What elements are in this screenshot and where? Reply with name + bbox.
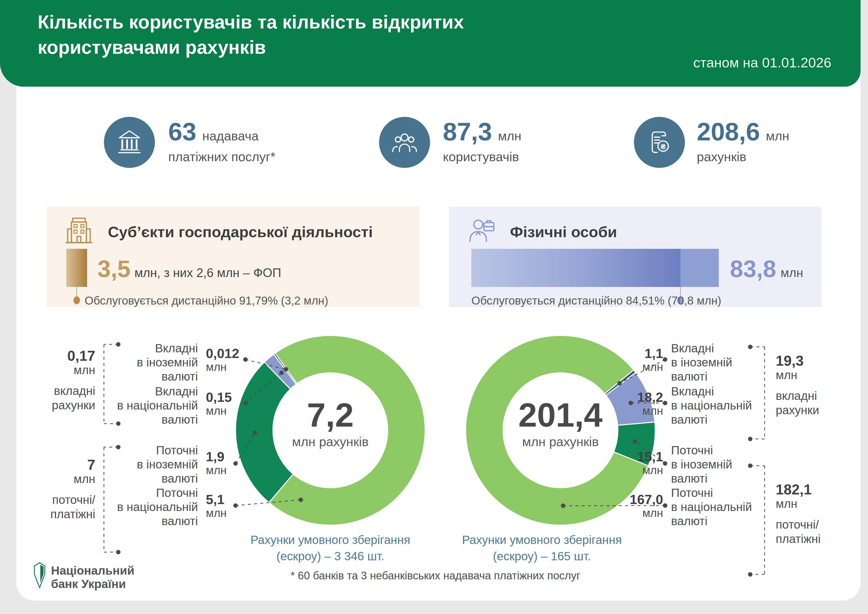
users-icon [390, 128, 419, 157]
business-escrow-note: Рахунки умовного зберігання (ескроу) – 3… [231, 532, 429, 564]
breakdown-value: 15,1 млн [617, 449, 663, 477]
as-of-date: станом на 01.01.2026 [693, 54, 831, 71]
breakdown-label: Поточні в національній валюті [104, 486, 198, 528]
breakdown-label: Поточні в іноземній валюті [104, 443, 198, 485]
business-connector-dot [73, 296, 80, 304]
business-panel-title: Суб’єкти господарської діяльності [108, 223, 373, 241]
building-icon [64, 215, 95, 246]
accounts-value: 208,6 [697, 118, 760, 146]
accounts-unit: млн [766, 129, 789, 143]
business-value: 3,5 [98, 255, 130, 282]
breakdown-value: 5,1 млн [206, 492, 250, 519]
business-value-note: млн, з них 2,6 млн – ФОП [134, 266, 281, 280]
breakdown-value: 167,0 млн [617, 492, 663, 519]
page-title-line1: Кількість користувачів та кількість відк… [37, 9, 464, 35]
business-panel: Суб’єкти господарської діяльності 3,5млн… [47, 207, 419, 307]
accounts-stat-line1: 208,6млн [697, 117, 789, 146]
breakdown-label: Вкладні в іноземній валюті [671, 341, 775, 384]
business-bar [66, 249, 87, 287]
svg-text:₴: ₴ [661, 142, 666, 151]
nbu-logo-text: Національний банк України [51, 564, 134, 591]
accounts-circle: ₴ [634, 117, 685, 168]
providers-word: надавача [202, 129, 259, 143]
individuals-panel: Фізичні особи 83,8млн Обслуговується дис… [449, 207, 822, 307]
providers-circle [104, 117, 155, 168]
header-band: Кількість користувачів та кількість відк… [0, 0, 860, 87]
business-current-group: 7 млн поточні/ платіжні [28, 457, 95, 521]
accounts-stat: 208,6млн рахунків [697, 117, 789, 164]
business-donut-center: 7,2 млн рахунків [273, 398, 387, 449]
infographic-canvas: Кількість користувачів та кількість відк… [0, 0, 868, 614]
footnote: * 60 банків та 3 небанківських надавача … [237, 569, 634, 582]
business-remote-note: Обслуговується дистанційно 91,79% (3,2 м… [85, 294, 329, 307]
individuals-donut-center: 201,4 млн рахунків [504, 398, 617, 449]
individuals-bar [471, 249, 719, 287]
page-title: Кількість користувачів та кількість відк… [37, 9, 464, 60]
breakdown-value: 18,2 млн [617, 390, 663, 417]
accounts-icon: ₴ [645, 128, 674, 157]
individuals-escrow-note: Рахунки умовного зберігання (ескроу) – 1… [443, 532, 641, 564]
breakdown-label: Поточні в національній валюті [671, 486, 775, 528]
group-value: 7 [28, 457, 95, 473]
providers-label: платіжних послуг* [168, 149, 275, 164]
breakdown-label: Поточні в іноземній валюті [671, 443, 775, 485]
individuals-panel-title: Фізичні особи [510, 223, 617, 241]
business-donut-total-label: млн рахунків [273, 434, 387, 449]
breakdown-label: Вкладні в національній валюті [671, 384, 775, 427]
group-unit: млн [28, 364, 95, 377]
group-label: вкладні рахунки [28, 384, 95, 412]
users-circle [379, 117, 430, 168]
group-label: поточні/ платіжні [776, 518, 850, 546]
users-label: користувачів [443, 149, 521, 164]
individuals-value-row: 83,8млн [730, 255, 803, 283]
individuals-value: 83,8 [730, 255, 776, 282]
breakdown-value: 1,9 млн [206, 449, 250, 477]
bank-icon [115, 128, 144, 157]
breakdown-label: Вкладні в національній валюті [104, 384, 198, 427]
individuals-remote-note: Обслуговується дистанційно 84,51% (70,8 … [471, 294, 672, 307]
providers-stat-line1: 63надавача [168, 117, 275, 146]
individuals-current-group: 182,1 млн поточні/ платіжні [776, 482, 850, 546]
business-deposit-group: 0,17 млн вкладні рахунки [28, 348, 95, 412]
person-briefcase-icon [467, 215, 498, 246]
nbu-logo-icon [32, 561, 47, 589]
group-label: вкладні рахунки [776, 389, 850, 417]
providers-value: 63 [168, 118, 196, 146]
business-donut-total: 7,2 [273, 398, 387, 432]
individuals-unit: млн [781, 266, 803, 280]
group-value: 182,1 [776, 482, 850, 497]
breakdown-value: 0,012 млн [206, 346, 250, 373]
users-unit: млн [498, 129, 522, 143]
individuals-deposit-group: 19,3 млн вкладні рахунки [776, 353, 850, 417]
business-value-row: 3,5млн, з них 2,6 млн – ФОП [98, 255, 281, 283]
providers-stat: 63надавача платіжних послуг* [168, 117, 275, 164]
breakdown-value: 1,1 млн [617, 346, 663, 373]
group-unit: млн [776, 497, 850, 510]
users-value: 87,3 [443, 118, 492, 146]
users-stat-line1: 87,3млн [443, 117, 521, 146]
group-value: 19,3 [776, 353, 850, 368]
individuals-donut-total-label: млн рахунків [504, 434, 617, 449]
individuals-donut-total: 201,4 [504, 398, 617, 432]
group-label: поточні/ платіжні [28, 493, 95, 521]
accounts-label: рахунків [697, 149, 789, 164]
page-title-line2: користувачами рахунків [37, 35, 464, 60]
group-unit: млн [28, 473, 95, 486]
breakdown-label: Вкладні в іноземній валюті [104, 341, 198, 384]
group-unit: млн [776, 368, 850, 382]
group-value: 0,17 [28, 348, 95, 364]
users-stat: 87,3млн користувачів [443, 117, 521, 164]
breakdown-value: 0,15 млн [206, 390, 250, 417]
business-connector-line [76, 287, 77, 297]
